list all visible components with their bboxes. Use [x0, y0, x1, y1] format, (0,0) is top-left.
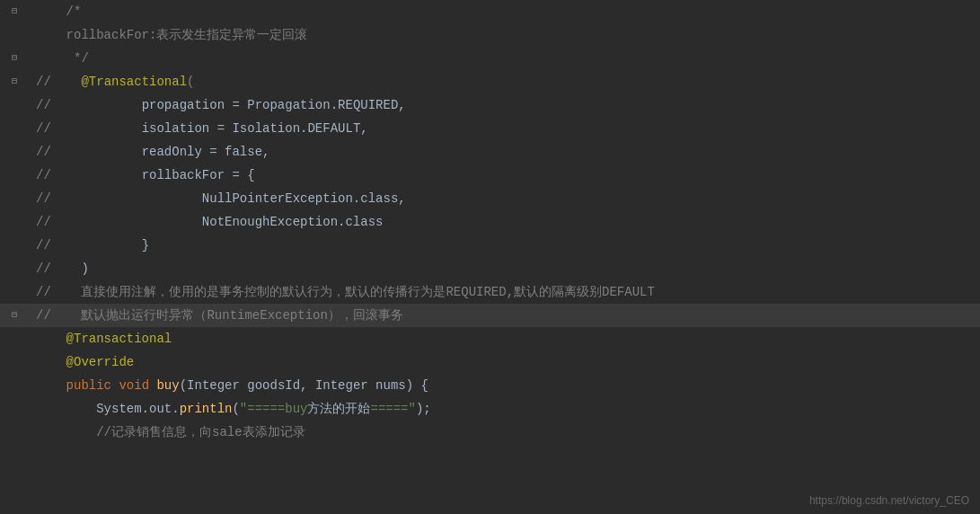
gutter-icon: ⊟	[0, 304, 29, 327]
code-line: ⊟// @Transactional(	[0, 70, 980, 93]
code-line: //记录销售信息，向sale表添加记录	[0, 421, 980, 444]
line-content: // @Transactional(	[29, 70, 980, 93]
code-line: System.out.println("=====buy方法的开始=====")…	[0, 397, 980, 421]
code-line: rollbackFor:表示发生指定异常一定回滚	[0, 23, 980, 47]
line-content: public void buy(Integer goodsId, Integer…	[29, 374, 980, 397]
line-content: // isolation = Isolation.DEFAULT,	[29, 117, 980, 140]
gutter-icon: ⊟	[0, 70, 29, 93]
line-content: // rollbackFor = {	[29, 164, 980, 187]
code-line: ⊟// 默认抛出运行时异常（RuntimeException），回滚事务	[0, 304, 980, 327]
line-content: /*	[29, 0, 980, 23]
line-content: // )	[29, 257, 980, 280]
gutter-icon: ⊟	[0, 47, 29, 70]
code-line: public void buy(Integer goodsId, Integer…	[0, 374, 980, 397]
line-content: // NullPointerException.class,	[29, 187, 980, 210]
line-content: //记录销售信息，向sale表添加记录	[29, 421, 980, 444]
code-line: // propagation = Propagation.REQUIRED,	[0, 93, 980, 117]
line-content: // NotEnoughException.class	[29, 210, 980, 234]
gutter-icon: ⊟	[0, 0, 29, 23]
code-line: ⊟ */	[0, 47, 980, 70]
line-content: // 默认抛出运行时异常（RuntimeException），回滚事务	[29, 304, 980, 327]
code-line: // isolation = Isolation.DEFAULT,	[0, 117, 980, 140]
line-content: // propagation = Propagation.REQUIRED,	[29, 93, 980, 117]
line-content: System.out.println("=====buy方法的开始=====")…	[29, 397, 980, 421]
code-line: // NullPointerException.class,	[0, 187, 980, 210]
line-content: // readOnly = false,	[29, 140, 980, 164]
line-content: // 直接使用注解，使用的是事务控制的默认行为，默认的传播行为是REQUIRED…	[29, 280, 980, 304]
watermark: https://blog.csdn.net/victory_CEO	[809, 494, 969, 507]
code-line: @Transactional	[0, 327, 980, 350]
code-line: @Override	[0, 350, 980, 374]
line-content: @Override	[29, 350, 980, 374]
line-content: rollbackFor:表示发生指定异常一定回滚	[29, 23, 980, 47]
code-area: ⊟ /* rollbackFor:表示发生指定异常一定回滚⊟ */⊟// @Tr…	[0, 0, 980, 514]
code-line: // 直接使用注解，使用的是事务控制的默认行为，默认的传播行为是REQUIRED…	[0, 280, 980, 304]
code-line: // NotEnoughException.class	[0, 210, 980, 234]
editor-container: ⊟ /* rollbackFor:表示发生指定异常一定回滚⊟ */⊟// @Tr…	[0, 0, 980, 514]
line-content: @Transactional	[29, 327, 980, 350]
line-content: // }	[29, 234, 980, 257]
code-line: // rollbackFor = {	[0, 164, 980, 187]
code-line: // readOnly = false,	[0, 140, 980, 164]
line-content: */	[29, 47, 980, 70]
code-line: ⊟ /*	[0, 0, 980, 23]
code-line: // )	[0, 257, 980, 280]
code-line: // }	[0, 234, 980, 257]
